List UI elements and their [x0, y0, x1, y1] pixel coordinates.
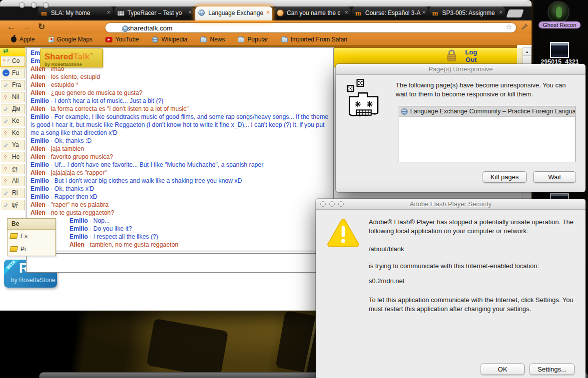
contacts-group-item[interactable]: Es	[7, 230, 55, 243]
zoom-window-button[interactable]	[43, 2, 49, 8]
female-icon: ♀	[3, 165, 8, 173]
flash-dialog-titlebar[interactable]: Adobe Flash Player Security	[316, 199, 586, 210]
bookmark-popular[interactable]: Popular	[238, 36, 268, 43]
chat-author: Allen	[30, 209, 45, 216]
reload-button[interactable]: ↻	[38, 22, 45, 32]
tab-close-icon[interactable]: ×	[106, 9, 110, 16]
fullscreen-icon[interactable]	[523, 0, 529, 6]
ghost-recon-app-icon[interactable]	[548, 1, 570, 23]
chat-message: Emilio · I respect all the likes (?)	[69, 233, 329, 241]
minimize-window-button[interactable]	[31, 2, 37, 8]
window-titlebar[interactable]	[0, 0, 532, 6]
folder-icon	[200, 37, 207, 42]
contact-name: Fu	[12, 69, 19, 76]
scroll-up-icon[interactable]: ▲	[523, 48, 531, 56]
tab-close-icon[interactable]: ×	[188, 9, 192, 16]
tab-label: TypeRacer – Test yo	[127, 9, 182, 16]
chat-message: Allen · la forma correcta es "I don't li…	[30, 105, 329, 113]
contact-row[interactable]: ♀Ke	[1, 128, 25, 138]
bookmark-imported-from-safari[interactable]: Imported From Safari	[281, 36, 347, 43]
close-dialog-button[interactable]	[320, 201, 326, 207]
warning-icon	[327, 218, 360, 248]
contacts-group-item-label: Pi	[20, 246, 26, 253]
contacts-group-item[interactable]: Pi	[7, 243, 55, 256]
contact-row[interactable]: ♀Ali	[1, 176, 25, 186]
folder-icon	[9, 233, 18, 239]
contact-row[interactable]: ♀He	[1, 152, 25, 162]
tab-close-icon[interactable]: ×	[266, 9, 270, 16]
contact-row[interactable]: ♀舒	[1, 164, 25, 174]
bookmark-youtube[interactable]: YouTube	[105, 36, 139, 43]
kill-pages-button[interactable]: Kill pages	[483, 171, 527, 183]
desktop-file-thumbnail[interactable]	[550, 42, 569, 58]
tab-6[interactable]: SP3-005: Assignme×	[429, 6, 505, 20]
chat-message: Emilio · I don't hear a lot of music... …	[30, 97, 329, 105]
unresponsive-page-row[interactable]: Language Exchange Community – Practice F…	[399, 106, 575, 117]
chat-message-input[interactable]	[26, 253, 334, 273]
chat-author: Allen	[30, 145, 45, 152]
tab-3[interactable]: Language Exchange×	[195, 6, 272, 20]
bookmark-star-icon[interactable]: ☆	[506, 22, 512, 31]
bookmark-news[interactable]: News	[200, 36, 225, 43]
settings-button[interactable]: Settings...	[530, 364, 575, 375]
bookmark-google-maps[interactable]: Google Maps	[48, 36, 92, 43]
wrench-menu-icon[interactable]	[520, 22, 529, 31]
contact-row[interactable]: ♂Fra	[1, 80, 25, 90]
tab-close-icon[interactable]: ×	[344, 9, 348, 16]
tab-5[interactable]: Course: Español 3-A×	[352, 6, 428, 20]
tab-4[interactable]: Can you name the c×	[274, 6, 351, 20]
unresponsive-page-title: Language Exchange Community – Practice F…	[410, 108, 575, 115]
forward-button[interactable]: →	[22, 22, 30, 32]
back-button[interactable]: ←	[7, 22, 15, 32]
female-icon: ♀	[2, 57, 6, 63]
sporcle-icon	[277, 9, 284, 16]
tab-1[interactable]: SLA: My home×	[38, 6, 113, 20]
contact-row[interactable]: ♂Ke	[1, 116, 25, 126]
flash-message-2: is trying to communicate with this Inter…	[369, 262, 583, 271]
contact-row[interactable]: ♂Дм	[1, 104, 25, 114]
wait-button[interactable]: Wait	[533, 171, 576, 183]
youtube-icon	[105, 37, 112, 42]
logout-button[interactable]: Log Out	[461, 48, 482, 63]
ghost-recon-label[interactable]: Ghost Recon	[536, 22, 584, 28]
sharedtalk-logo[interactable]: SharedTalk™ by RosettaStone	[40, 48, 103, 67]
close-window-button[interactable]	[19, 2, 25, 8]
contact-row[interactable]: ♀♂Co	[1, 56, 25, 66]
padlock-icon[interactable]	[446, 49, 457, 62]
contact-row[interactable]: ♂昕	[1, 200, 25, 210]
tab-strip: SLA: My home×TypeRacer – Test yo×Languag…	[0, 6, 532, 20]
contact-row[interactable]: ♂Ya	[1, 140, 25, 150]
bookmark-wikipedia[interactable]: Wikipedia	[152, 36, 187, 43]
tab-2[interactable]: TypeRacer – Test yo×	[114, 6, 194, 20]
chat-message: Allen · tambien, no me gusta reggaeton	[69, 241, 329, 249]
male-icon: ♂	[3, 105, 8, 113]
unresponsive-page-list: Language Exchange Community – Practice F…	[399, 106, 576, 162]
contact-name: Co	[12, 57, 19, 64]
moodle-icon	[432, 9, 439, 16]
male-icon: ♂	[3, 141, 8, 149]
tab-close-icon[interactable]: ×	[422, 9, 426, 16]
bookmark-label: Wikipedia	[161, 36, 187, 43]
address-bar[interactable]: sharedtalk.com	[105, 22, 517, 33]
minimize-dialog-button[interactable]	[329, 201, 335, 207]
chat-message: Allen · favorito grupo musica?	[30, 153, 329, 161]
screen: Ghost Recon 295015_4321 SLA: My home×Typ…	[0, 0, 588, 378]
contact-row[interactable]: ♂Ri	[1, 188, 25, 198]
chat-author: Allen	[30, 153, 45, 160]
chat-author: Allen	[30, 201, 45, 208]
unresponsive-dialog-titlebar[interactable]: Page(s) Unresponsive	[336, 64, 586, 75]
globe-icon	[152, 36, 158, 43]
new-tab-button[interactable]	[506, 9, 524, 17]
contact-row[interactable]: →Fu	[1, 68, 25, 78]
bookmark-apple[interactable]: Apple	[11, 36, 35, 43]
female-icon: ♀	[3, 93, 8, 101]
contact-row[interactable]: ⇄	[1, 46, 25, 56]
zoom-dialog-button[interactable]	[338, 201, 344, 207]
contact-row[interactable]: ♀Nil	[1, 92, 25, 102]
contact-name: Ri	[12, 189, 17, 196]
contacts-group-header[interactable]: Be	[7, 219, 55, 230]
chat-message: Emilio · Nop...	[69, 217, 329, 225]
tab-close-icon[interactable]: ×	[499, 9, 503, 16]
ok-button[interactable]: OK	[481, 364, 525, 375]
chat-message: Emilio · But I don't wear big clothes an…	[30, 177, 329, 185]
